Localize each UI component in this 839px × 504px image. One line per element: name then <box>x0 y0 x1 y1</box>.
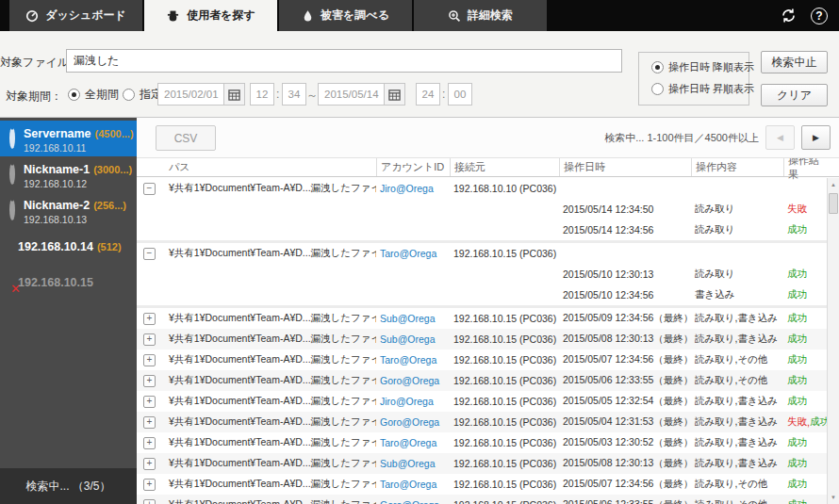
expand-toggle[interactable]: + <box>143 333 156 346</box>
tab-dashboard[interactable]: ダッシュボード <box>9 0 142 31</box>
source-cell <box>450 199 559 219</box>
minute-to-field[interactable]: 00 <box>448 83 472 106</box>
table-row[interactable]: +¥共有1¥Document¥Team-A¥D...漏洩したファイル.pdfGo… <box>137 495 827 504</box>
expand-toggle[interactable]: + <box>143 354 156 366</box>
table-row[interactable]: +¥共有1¥Document¥Team-A¥D...漏洩したファイル.pdfTa… <box>137 350 827 370</box>
account-link[interactable]: Taro@Orega <box>380 354 436 366</box>
expand-toggle[interactable]: + <box>143 437 156 449</box>
result-text: 成功 <box>810 415 827 429</box>
csv-export-button[interactable]: CSV <box>156 125 216 151</box>
scrollbar-thumb[interactable] <box>829 193 838 214</box>
scroll-down-icon[interactable]: ▼ <box>828 491 839 504</box>
tab-find-users[interactable]: 使用者を探す <box>144 0 277 31</box>
column-account-id[interactable]: アカウントID <box>376 158 450 176</box>
scroll-up-icon[interactable]: ▲ <box>828 178 839 191</box>
column-result[interactable]: 操作結果 <box>783 158 827 176</box>
hour-to-field[interactable]: 24 <box>416 83 440 106</box>
sidebar-search-status: 検索中... （3/5） <box>0 468 137 504</box>
table-row[interactable]: −¥共有1¥Document¥Team-A¥D...漏洩したファイル.pdfJi… <box>137 178 827 199</box>
expand-cell: + <box>137 391 167 412</box>
result-text: 失敗 <box>787 415 807 429</box>
table-row[interactable]: +¥共有1¥Document¥Team-A¥D...漏洩したファイル.pdfGo… <box>137 412 827 432</box>
date-to-field[interactable]: 2015/05/14 <box>318 83 385 106</box>
target-file-input[interactable] <box>66 49 622 73</box>
account-link[interactable]: Goro@Orega <box>380 499 439 504</box>
account-link[interactable]: Taro@Orega <box>380 437 436 448</box>
server-name-line: 192.168.10.14(512) <box>18 237 122 254</box>
tab-investigate-damage[interactable]: 被害を調べる <box>279 0 412 31</box>
operation-cell: 読み取り <box>691 199 783 219</box>
account-link[interactable]: Jiro@Orega <box>380 396 434 407</box>
nav-tabs: ダッシュボード 使用者を探す 被害を調べる <box>0 0 549 31</box>
account-link[interactable]: Taro@Orega <box>380 248 436 259</box>
account-link[interactable]: Goro@Orega <box>380 375 439 386</box>
operation-cell: 読み取り,その他 <box>691 495 783 504</box>
account-cell <box>376 264 450 285</box>
server-item[interactable]: Nickname-2(256...)192.168.10.13 <box>0 192 137 228</box>
refresh-icon[interactable] <box>779 7 798 25</box>
table-row[interactable]: +¥共有1¥Document¥Team-A¥D...漏洩したファイル.pdfJi… <box>137 391 827 412</box>
help-icon[interactable]: ? <box>811 8 828 24</box>
prev-page-button[interactable]: ◀ <box>765 125 795 150</box>
account-cell: Goro@Orega <box>376 495 450 504</box>
table-row[interactable]: +¥共有1¥Document¥Team-A¥D...漏洩したファイル.pdfGo… <box>137 370 827 391</box>
expand-toggle[interactable]: + <box>143 396 156 408</box>
server-item[interactable]: Nickname-1(3000...)192.168.10.12 <box>0 156 137 192</box>
expand-toggle[interactable]: + <box>143 458 156 470</box>
table-row[interactable]: +¥共有1¥Document¥Team-A¥D...漏洩したファイル.pdfTa… <box>137 432 827 453</box>
period-specified-radio[interactable]: 指定 <box>123 87 162 103</box>
clear-button[interactable]: クリア <box>761 84 828 106</box>
account-link[interactable]: Taro@Orega <box>380 479 436 490</box>
table-row[interactable]: +¥共有1¥Document¥Team-A¥D...漏洩したファイル.pdfSu… <box>137 308 827 329</box>
path-cell <box>167 219 376 240</box>
result-cell <box>783 178 827 199</box>
stop-search-button[interactable]: 検索中止 <box>761 51 828 73</box>
table-row[interactable]: +¥共有1¥Document¥Team-A¥D...漏洩したファイル.pdfTa… <box>137 474 827 495</box>
table-row[interactable]: +¥共有1¥Document¥Team-A¥D...漏洩したファイル.pdfSu… <box>137 329 827 350</box>
account-link[interactable]: Goro@Orega <box>380 416 439 428</box>
collapse-toggle[interactable]: − <box>143 183 156 195</box>
radio-label: 全期間 <box>85 87 119 103</box>
hour-from-field[interactable]: 12 <box>250 83 274 106</box>
result-cell: 成功 <box>783 453 827 474</box>
column-source[interactable]: 接続元 <box>450 158 559 176</box>
server-item[interactable]: Servername(4500...)192.168.10.11 <box>0 121 137 156</box>
expand-toggle[interactable]: + <box>143 313 156 325</box>
date-from-field[interactable]: 2015/02/01 <box>157 83 224 106</box>
calendar-icon[interactable] <box>224 83 245 106</box>
tab-advanced-search[interactable]: 詳細検索 <box>414 0 547 31</box>
table-row[interactable]: +¥共有1¥Document¥Team-A¥D...漏洩したファイル.pdfSu… <box>137 453 827 474</box>
account-link[interactable]: Sub@Orega <box>380 458 436 469</box>
spinner-icon <box>9 130 15 147</box>
period-all-radio[interactable]: 全期間 <box>68 87 119 103</box>
calendar-icon[interactable] <box>385 83 405 106</box>
table-detail-row[interactable]: 2015/05/14 12:34:50読み取り失敗 <box>137 199 827 219</box>
expand-cell: + <box>137 495 167 504</box>
table-detail-row[interactable]: 2015/05/14 12:34:56読み取り成功 <box>137 219 827 240</box>
server-name-line: Servername(4500...) <box>24 124 134 141</box>
minute-from-field[interactable]: 34 <box>282 83 306 106</box>
sort-desc-radio[interactable]: 操作日時 降順表示 <box>651 60 754 74</box>
expand-toggle[interactable]: + <box>143 479 156 491</box>
sort-asc-radio[interactable]: 操作日時 昇順表示 <box>651 82 754 96</box>
result-text: 成功 <box>787 312 807 325</box>
target-file-label: 対象ファイル： <box>0 55 62 71</box>
account-link[interactable]: Sub@Orega <box>380 313 436 324</box>
collapse-toggle[interactable]: − <box>143 248 156 260</box>
next-page-button[interactable]: ▶ <box>801 125 831 150</box>
column-datetime[interactable]: 操作日時 <box>559 158 691 176</box>
table-row[interactable]: −¥共有1¥Document¥Team-A¥D...漏洩したファイル.pdfTa… <box>137 243 827 264</box>
server-item[interactable]: ✕192.168.10.15 <box>0 264 137 300</box>
vertical-scrollbar[interactable]: ▲ ▼ <box>827 178 839 504</box>
account-link[interactable]: Jiro@Orega <box>380 183 434 194</box>
table-detail-row[interactable]: 2015/05/10 12:34:56書き込み成功 <box>137 285 827 305</box>
expand-toggle[interactable]: + <box>143 499 156 504</box>
expand-toggle[interactable]: + <box>143 416 156 429</box>
column-path[interactable]: パス <box>167 158 376 176</box>
expand-toggle[interactable]: + <box>143 375 156 387</box>
table-detail-row[interactable]: 2015/05/10 12:30:13読み取り成功 <box>137 264 827 285</box>
server-item[interactable]: 192.168.10.14(512) <box>0 228 137 264</box>
account-link[interactable]: Sub@Orega <box>380 333 436 345</box>
result-cell: 成功 <box>783 495 827 504</box>
column-operation[interactable]: 操作内容 <box>691 158 783 176</box>
